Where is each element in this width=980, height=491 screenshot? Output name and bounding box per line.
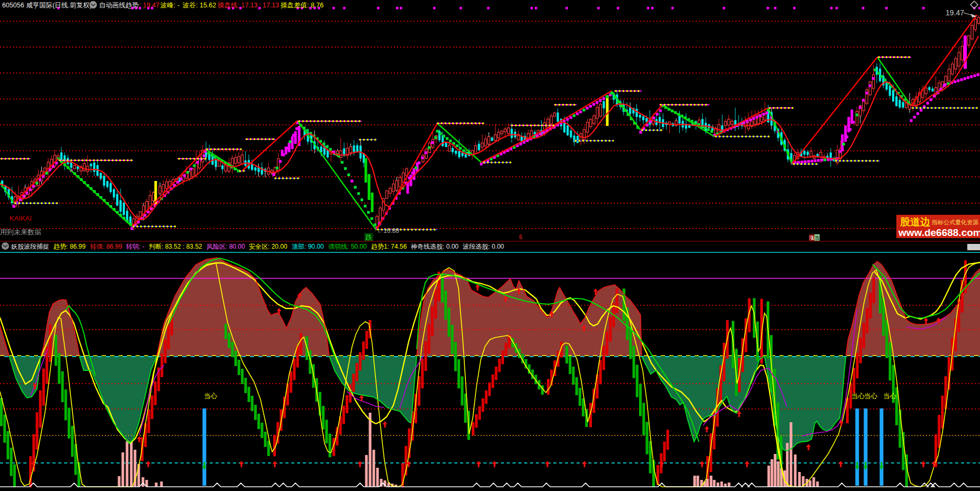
svg-text:当心: 当心 — [883, 393, 897, 400]
svg-text:19.47: 19.47 — [946, 8, 964, 17]
svg-text:: 19.47: : 19.47 — [139, 2, 159, 9]
svg-text:安全区: 20.00: 安全区: 20.00 — [249, 243, 287, 250]
svg-text:涨: 涨 — [809, 235, 814, 241]
svg-text:操盘线: 17.13: 操盘线: 17.13 — [218, 2, 258, 9]
svg-text:神奇线选股: 0.00: 神奇线选股: 0.00 — [410, 243, 458, 250]
svg-text:605056 咸亨国际(日线.前复权): 605056 咸亨国际(日线.前复权) — [2, 2, 92, 9]
svg-text:操盘差值: 8.76: 操盘差值: 8.76 — [281, 2, 323, 9]
svg-text:强弱线: 50.00: 强弱线: 50.00 — [328, 243, 367, 250]
svg-text:www.de6688.com: www.de6688.com — [898, 227, 980, 238]
svg-text:KAIKAI: KAIKAI — [10, 214, 32, 222]
svg-text:转弱: -: 转弱: - — [126, 243, 145, 250]
svg-text:ŝ: ŝ — [519, 233, 523, 241]
svg-text:妖股波段捕捉: 妖股波段捕捉 — [11, 243, 49, 250]
svg-text:波段选股: 0.00: 波段选股: 0.00 — [463, 243, 504, 250]
svg-text:: 17.13: : 17.13 — [259, 2, 279, 9]
svg-text:趋势: 86.99: 趋势: 86.99 — [53, 243, 86, 250]
svg-text:股道边: 股道边 — [900, 216, 931, 228]
svg-text:当心: 当心 — [864, 393, 878, 400]
svg-text:当心: 当心 — [851, 393, 865, 400]
svg-text:自动画线趋势: 自动画线趋势 — [99, 2, 139, 9]
svg-text:激: 激 — [814, 235, 820, 241]
svg-text:风险区: 80.00: 风险区: 80.00 — [206, 243, 245, 250]
svg-text:←16.88: ←16.88 — [377, 227, 399, 234]
svg-text:当心: 当心 — [204, 393, 218, 400]
svg-text:指标公式量化资源: 指标公式量化资源 — [931, 219, 978, 225]
svg-text:转强: 86.99: 转强: 86.99 — [90, 243, 122, 250]
svg-text:波谷: 15.62: 波谷: 15.62 — [182, 2, 216, 9]
svg-text:顶部: 90.00: 顶部: 90.00 — [291, 243, 324, 250]
svg-text:趋势1: 74.56: 趋势1: 74.56 — [371, 243, 407, 250]
svg-text:波峰: -: 波峰: - — [160, 2, 179, 9]
svg-text:跌: 跌 — [365, 233, 372, 241]
svg-text:判断: 83.52 : 83.52: 判断: 83.52 : 83.52 — [149, 243, 202, 250]
svg-text:用到未来数据: 用到未来数据 — [0, 228, 41, 236]
